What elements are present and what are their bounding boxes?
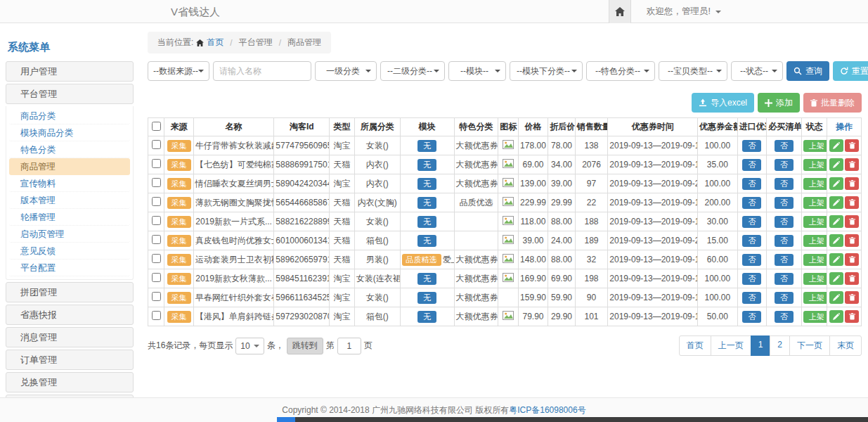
filter-select[interactable]: --状态-- <box>731 61 783 81</box>
edit-button[interactable] <box>829 196 843 209</box>
sidebar-section-header[interactable]: 订单管理 <box>6 350 134 370</box>
jump-button[interactable]: 跳转到 <box>287 338 323 354</box>
status-toggle[interactable]: 上架 <box>803 292 827 304</box>
row-checkbox[interactable] <box>152 235 161 244</box>
pager-button[interactable]: 下一页 <box>789 335 830 356</box>
sidebar-subitem[interactable]: 意见反馈 <box>9 243 130 260</box>
pager-button[interactable]: 首页 <box>679 335 711 356</box>
sidebar-section-header[interactable]: 消息管理 <box>6 327 134 347</box>
user-menu[interactable]: 欢迎您，管理员! <box>631 6 721 18</box>
edit-button[interactable] <box>829 215 843 228</box>
filter-select[interactable]: --模块下分类-- <box>510 61 583 81</box>
row-checkbox[interactable] <box>152 311 161 320</box>
import-select-toggle[interactable]: 否 <box>742 159 761 171</box>
filter-select[interactable]: --宝贝类型-- <box>659 61 727 81</box>
must-buy-toggle[interactable]: 否 <box>775 159 793 171</box>
import-select-toggle[interactable]: 否 <box>742 311 761 323</box>
status-toggle[interactable]: 上架 <box>803 254 827 266</box>
must-buy-toggle[interactable]: 否 <box>775 197 793 209</box>
delete-button[interactable] <box>845 139 859 152</box>
import-excel-button[interactable]: 导入excel <box>692 93 754 113</box>
import-select-toggle[interactable]: 否 <box>742 254 761 266</box>
row-checkbox[interactable] <box>152 216 161 225</box>
delete-button[interactable] <box>845 310 859 323</box>
row-checkbox[interactable] <box>152 159 161 168</box>
status-toggle[interactable]: 上架 <box>803 140 827 152</box>
delete-button[interactable] <box>845 215 859 228</box>
select-all-checkbox[interactable] <box>152 122 161 131</box>
import-select-toggle[interactable]: 否 <box>742 273 761 285</box>
import-select-toggle[interactable]: 否 <box>742 235 761 247</box>
edit-button[interactable] <box>829 253 843 266</box>
sidebar-subitem[interactable]: 平台配置 <box>9 260 130 276</box>
home-button[interactable] <box>609 0 631 23</box>
row-checkbox[interactable] <box>152 140 161 149</box>
sidebar-subitem[interactable]: 启动页管理 <box>9 226 130 243</box>
import-select-toggle[interactable]: 否 <box>742 292 761 304</box>
delete-button[interactable] <box>845 234 859 247</box>
pager-button[interactable]: 2 <box>770 335 790 356</box>
filter-select[interactable]: --特色分类-- <box>586 61 655 81</box>
pager-button[interactable]: 1 <box>751 335 771 356</box>
sidebar-subitem[interactable]: 商品分类 <box>9 108 130 124</box>
edit-button[interactable] <box>829 310 843 323</box>
pager-button[interactable]: 上一页 <box>711 335 751 356</box>
sidebar-section-header[interactable]: 平台管理 <box>6 84 134 104</box>
edit-button[interactable] <box>829 158 843 171</box>
delete-button[interactable] <box>845 291 859 304</box>
delete-button[interactable] <box>845 196 859 209</box>
row-checkbox[interactable] <box>152 178 161 187</box>
reset-button[interactable]: 重置 <box>833 61 868 81</box>
sidebar-section-header[interactable]: 拼团管理 <box>6 282 134 302</box>
edit-button[interactable] <box>829 139 843 152</box>
add-button[interactable]: 添加 <box>758 93 800 113</box>
sidebar-section-header[interactable]: 兑换管理 <box>6 372 134 392</box>
edit-button[interactable] <box>829 234 843 247</box>
status-toggle[interactable]: 上架 <box>803 235 827 247</box>
sidebar-subitem[interactable]: 模块商品分类 <box>9 124 130 141</box>
name-search-input[interactable] <box>213 61 311 81</box>
sidebar-subitem[interactable]: 商品管理 <box>9 158 130 175</box>
import-select-toggle[interactable]: 否 <box>742 140 761 152</box>
sidebar-section-header[interactable]: 省惠快报 <box>6 305 134 325</box>
per-page-select[interactable]: 10 <box>235 338 264 354</box>
must-buy-toggle[interactable]: 否 <box>775 311 793 323</box>
must-buy-toggle[interactable]: 否 <box>775 292 793 304</box>
import-select-toggle[interactable]: 否 <box>742 216 761 228</box>
status-toggle[interactable]: 上架 <box>803 178 827 190</box>
icp-link[interactable]: 粤ICP备16098006号 <box>509 404 585 416</box>
edit-button[interactable] <box>829 272 843 285</box>
sidebar-subitem[interactable]: 特色分类 <box>9 141 130 158</box>
status-toggle[interactable]: 上架 <box>803 197 827 209</box>
status-toggle[interactable]: 上架 <box>803 159 827 171</box>
sidebar-subitem[interactable]: 宣传物料 <box>9 175 130 192</box>
delete-button[interactable] <box>845 177 859 190</box>
must-buy-toggle[interactable]: 否 <box>775 254 793 266</box>
filter-select[interactable]: --二级分类-- <box>380 61 445 81</box>
sidebar-section-header[interactable]: 用户管理 <box>6 61 134 82</box>
jump-page-input[interactable] <box>337 338 361 354</box>
sidebar-subitem[interactable]: 版本管理 <box>9 192 130 209</box>
status-toggle[interactable]: 上架 <box>803 273 827 285</box>
pager-button[interactable]: 末页 <box>829 335 862 356</box>
row-checkbox[interactable] <box>152 254 161 263</box>
import-select-toggle[interactable]: 否 <box>742 197 761 209</box>
import-select-toggle[interactable]: 否 <box>742 178 761 190</box>
status-toggle[interactable]: 上架 <box>803 216 827 228</box>
filter-select[interactable]: --数据来源-- <box>148 61 209 81</box>
status-toggle[interactable]: 上架 <box>803 311 827 323</box>
filter-select[interactable]: --模块-- <box>448 61 506 81</box>
row-checkbox[interactable] <box>152 197 161 206</box>
row-checkbox[interactable] <box>152 292 161 301</box>
search-button[interactable]: 查询 <box>786 61 829 81</box>
sidebar-subitem[interactable]: 轮播管理 <box>9 209 130 226</box>
delete-button[interactable] <box>845 272 859 285</box>
must-buy-toggle[interactable]: 否 <box>775 273 793 285</box>
must-buy-toggle[interactable]: 否 <box>775 235 793 247</box>
row-checkbox[interactable] <box>152 273 161 282</box>
delete-button[interactable] <box>845 158 859 171</box>
must-buy-toggle[interactable]: 否 <box>775 140 793 152</box>
edit-button[interactable] <box>829 177 843 190</box>
edit-button[interactable] <box>829 291 843 304</box>
must-buy-toggle[interactable]: 否 <box>775 178 793 190</box>
